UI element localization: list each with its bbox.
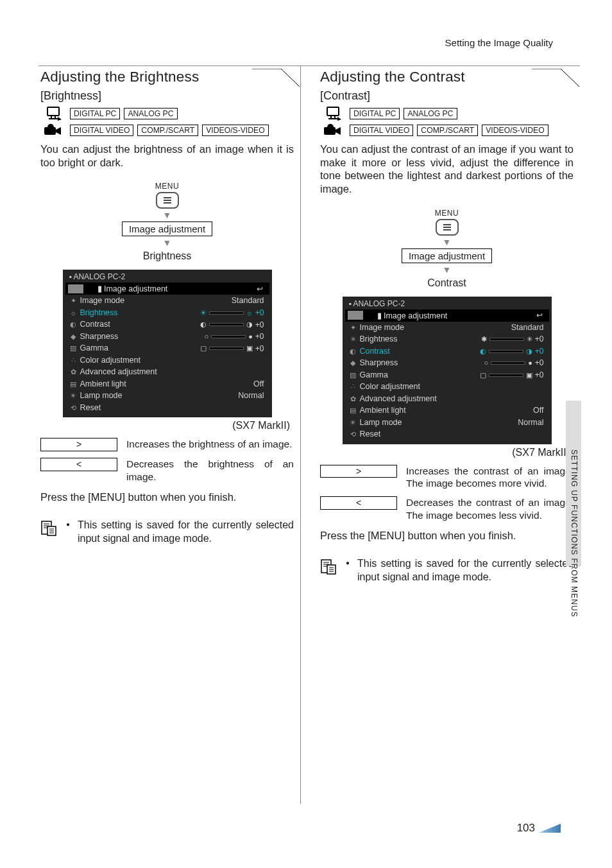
- signal-tags: DIGITAL PC ANALOG PC DIGITAL VIDEO COMP.…: [320, 107, 574, 137]
- tag-digital-pc: DIGITAL PC: [350, 108, 400, 119]
- note-icon: [40, 520, 57, 537]
- advadj-icon: ✿: [69, 367, 78, 377]
- osd-source: ▪ ANALOG PC-2: [345, 299, 549, 308]
- page-number-text: 103: [517, 822, 535, 835]
- tag-analog-pc: ANALOG PC: [404, 108, 457, 119]
- osd-source-text: ANALOG PC-2: [353, 299, 405, 308]
- tag-video-svideo: VIDEO/S-VIDEO: [482, 125, 548, 136]
- note: This setting is saved for the currently …: [320, 557, 574, 584]
- svg-point-2: [47, 124, 54, 130]
- finish-instruction: Press the [MENU] button when you finish.: [40, 491, 294, 503]
- tag-video-svideo: VIDEO/S-VIDEO: [202, 125, 268, 136]
- nav-step-1: Image adjustment: [122, 221, 212, 236]
- tag-digital-video: DIGITAL VIDEO: [70, 125, 133, 136]
- column-brightness: Adjusting the Brightness [Brightness] DI…: [38, 66, 301, 804]
- page-decoration: [539, 824, 561, 833]
- left-key: <: [40, 458, 117, 471]
- control-row-increase: > Increases the contrast of an image. Th…: [320, 465, 574, 490]
- tag-analog-pc: ANALOG PC: [124, 108, 177, 119]
- osd-item: Gamma: [80, 343, 108, 352]
- osd-screenshot: ▪ ANALOG PC-2 ▮ Image adjustment ↩ ✦Imag…: [63, 270, 272, 417]
- decrease-desc: Decreases the brightness of an image.: [126, 458, 294, 483]
- osd-source: ▪ ANALOG PC-2: [65, 272, 269, 281]
- osd-screenshot: ▪ ANALOG PC-2 ▮ Image adjustment ↩ ✦Imag…: [343, 297, 552, 444]
- signal-tags: DIGITAL PC ANALOG PC DIGITAL VIDEO COMP.…: [40, 107, 294, 137]
- osd-value: +0: [255, 331, 264, 342]
- osd-item: Ambient light: [80, 379, 126, 388]
- right-key: >: [40, 438, 117, 451]
- decrease-desc: Decreases the contrast of an image. The …: [406, 496, 574, 522]
- osd-tab-label: ▮ Image adjustment: [98, 284, 168, 293]
- down-arrow-icon: ▼: [320, 237, 574, 247]
- osd-value: Normal: [518, 417, 543, 429]
- finish-instruction: Press the [MENU] button when you finish.: [320, 530, 574, 542]
- svg-point-7: [327, 124, 334, 130]
- page-number: 103: [517, 822, 561, 835]
- osd-item: Brightness: [80, 308, 118, 317]
- nav-step-2: Brightness: [40, 250, 294, 262]
- osd-item: Color adjustment: [360, 382, 421, 391]
- contrast-icon: ◐: [69, 320, 78, 329]
- down-arrow-icon: ▼: [40, 210, 294, 220]
- osd-value: Normal: [238, 390, 264, 402]
- setting-label: [Brightness]: [40, 89, 294, 103]
- advadj-icon: ✿: [349, 394, 357, 404]
- title-decoration: [252, 69, 300, 87]
- note: This setting is saved for the currently …: [40, 519, 294, 546]
- reset-icon: ⟲: [69, 403, 78, 413]
- osd-item: Contrast: [360, 347, 390, 356]
- osd-tab-text: Image adjustment: [384, 311, 447, 320]
- monitor-icon: [40, 107, 66, 121]
- camcorder-icon: [320, 123, 346, 137]
- osd-value: +0: [255, 343, 264, 354]
- osd-return-icon: ↩: [532, 311, 547, 320]
- menu-navigation: MENU ▼ Image adjustment ▼ Brightness: [40, 182, 294, 262]
- gamma-icon: ▨: [69, 343, 78, 353]
- osd-item: Image mode: [360, 323, 404, 332]
- osd-slider: ☀☼+0: [200, 308, 264, 318]
- section-description: You can adjust the contrast of an image …: [320, 143, 574, 196]
- osd-item: Color adjustment: [80, 356, 141, 365]
- lamp-icon: ☀: [349, 418, 357, 428]
- osd-item: Image mode: [80, 296, 124, 305]
- osd-item: Reset: [80, 403, 101, 412]
- osd-value: Off: [253, 379, 264, 390]
- osd-slider: ○●+0: [484, 358, 544, 369]
- osd-slider: ✱✳+0: [481, 334, 544, 345]
- ambient-icon: ▤: [349, 406, 357, 415]
- tag-comp-scart: COMP./SCART: [417, 125, 478, 136]
- increase-desc: Increases the brightness of an image.: [126, 438, 294, 451]
- osd-item: Contrast: [80, 320, 110, 329]
- menu-button-icon: [436, 219, 459, 236]
- osd-value: Off: [533, 405, 543, 417]
- title-decoration: [532, 69, 579, 87]
- column-contrast: Adjusting the Contrast [Contrast] DIGITA…: [318, 66, 580, 804]
- side-tab-label: SETTING UP FUNCTIONS FROM MENUS: [570, 449, 579, 617]
- osd-value: +0: [535, 346, 544, 357]
- osd-item: Sharpness: [360, 358, 398, 367]
- sharpness-icon: ◆: [69, 332, 78, 342]
- contrast-icon: ◐: [349, 347, 357, 356]
- menu-label: MENU: [40, 182, 294, 191]
- running-header: Setting the Image Quality: [445, 37, 553, 48]
- imagemode-icon: ✦: [349, 323, 357, 333]
- monitor-icon: [320, 107, 346, 121]
- osd-value: Standard: [511, 322, 544, 334]
- control-row-increase: > Increases the brightness of an image.: [40, 438, 294, 451]
- gamma-icon: ▨: [349, 370, 357, 380]
- osd-source-text: ANALOG PC-2: [73, 272, 125, 281]
- down-arrow-icon: ▼: [320, 265, 574, 275]
- osd-value: +0: [535, 358, 544, 369]
- menu-label: MENU: [320, 209, 574, 218]
- tag-comp-scart: COMP./SCART: [137, 125, 198, 136]
- osd-caption: (SX7 MarkII): [40, 420, 294, 431]
- osd-item: Sharpness: [80, 332, 119, 341]
- sharpness-icon: ◆: [349, 358, 357, 368]
- osd-item: Ambient light: [360, 406, 406, 415]
- lamp-icon: ☀: [69, 391, 78, 401]
- osd-caption: (SX7 MarkII): [320, 447, 574, 458]
- right-key: >: [320, 465, 397, 478]
- page: Setting the Image Quality Adjusting the …: [0, 0, 612, 868]
- osd-value: +0: [535, 334, 544, 345]
- osd-slider: ○●+0: [205, 331, 264, 342]
